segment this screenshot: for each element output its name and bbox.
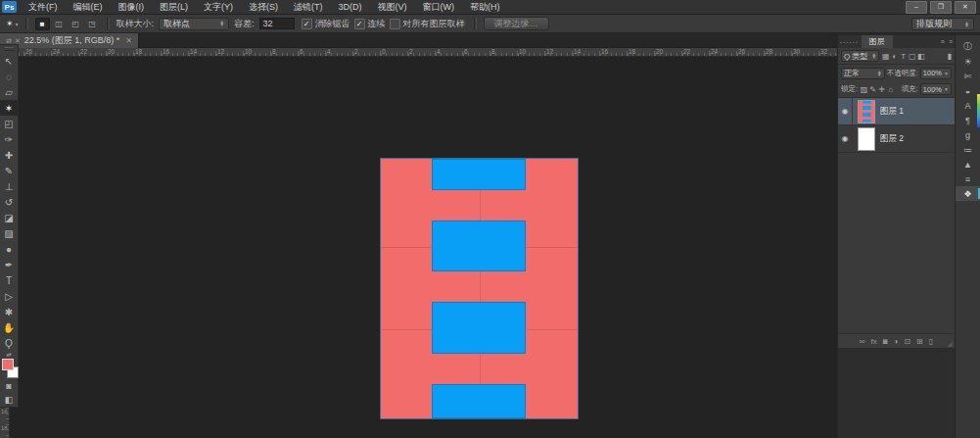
layer-name[interactable]: 图层 1 (880, 106, 904, 118)
horizontal-ruler[interactable]: 2624222018161412108642024681012141618202… (19, 48, 837, 57)
filter-type-dropdown[interactable]: Ϙ 类型 ▲▼ (841, 50, 879, 62)
canvas-image[interactable] (380, 158, 579, 419)
menu-item[interactable]: 滤镜(T) (286, 1, 331, 14)
move-tool[interactable]: ↖ (0, 53, 18, 69)
filter-toggle[interactable]: ▮ (948, 52, 952, 61)
restore-button[interactable]: ❐ (930, 1, 952, 14)
adjustments-panel-icon[interactable]: ☀ (956, 54, 980, 69)
pixel-layer-filter-icon[interactable]: ▦ (881, 52, 890, 61)
layer-row[interactable]: ◉图层 1 (838, 98, 955, 125)
checkbox-box[interactable]: ✓ (354, 19, 365, 29)
foreground-color-swatch[interactable] (2, 359, 14, 370)
shape-tool[interactable]: ✱ (0, 304, 18, 319)
adjustment-layer-icon[interactable]: ◑ (894, 337, 899, 346)
paragraph-panel-icon[interactable]: ¶ (956, 113, 980, 127)
screen-mode-button[interactable]: ◧ (0, 393, 18, 407)
menu-item[interactable]: 文件(F) (21, 1, 66, 14)
magic-wand-tool[interactable]: ✶ (0, 100, 18, 116)
toolbar-grip[interactable] (5, 47, 14, 51)
lock-transparency-icon[interactable]: ▨ (860, 85, 868, 94)
marquee-tool[interactable]: ◌ (0, 69, 18, 84)
vertical-ruler[interactable]: 1618 (0, 408, 10, 438)
new-layer-icon[interactable]: ⊞ (916, 337, 923, 346)
menu-item[interactable]: 帮助(H) (462, 1, 508, 14)
fill-field[interactable]: 100% ▼ (920, 83, 952, 95)
add-to-selection-button[interactable]: ◫ (52, 18, 67, 30)
zoom-tool[interactable]: Ϙ (0, 335, 18, 351)
new-selection-button[interactable]: ■ (35, 18, 50, 30)
color-panel-icon[interactable]: ◒ (956, 83, 980, 98)
refine-edge-button[interactable]: 调整边缘… (484, 17, 549, 30)
menu-item[interactable]: 文字(Y) (196, 1, 241, 14)
menu-item[interactable]: 图层(L) (152, 1, 196, 14)
eraser-tool[interactable]: ◪ (0, 210, 18, 225)
brush-tool[interactable]: ✎ (0, 163, 18, 178)
lock-position-icon[interactable]: ✛ (877, 85, 886, 94)
panel-resize-grip[interactable]: ◢ (948, 340, 953, 348)
eyedropper-tool[interactable]: ✑ (0, 131, 18, 147)
character-panel-icon[interactable]: A (956, 98, 980, 113)
document-tab[interactable]: ⇄✕ 22.5% (图层 1, RGB/8) * ✕ (0, 33, 139, 48)
hand-tool[interactable]: ✋ (0, 319, 18, 335)
blend-mode-dropdown[interactable]: 正常 ▲▼ (841, 68, 885, 79)
adjustment-layer-filter-icon[interactable]: ◐ (890, 52, 899, 61)
lock-all-icon[interactable]: ⌂ (886, 85, 895, 94)
minimize-button[interactable]: – (906, 1, 927, 14)
layer-style-icon[interactable]: fx (870, 337, 876, 346)
layer-mask-icon[interactable]: ◙ (883, 337, 888, 346)
menu-item[interactable]: 3D(D) (331, 2, 370, 12)
quick-mask-button[interactable]: ◙ (0, 379, 18, 393)
glyphs-panel-icon[interactable]: ɡ (956, 127, 980, 142)
checkbox-消除锯齿[interactable]: ✓消除锯齿 (302, 18, 350, 30)
tab-layers[interactable]: 图层 (862, 35, 893, 48)
checkbox-连续[interactable]: ✓连续 (354, 18, 386, 30)
swap-colors-icon[interactable]: ⇄ (6, 351, 11, 358)
layer-name[interactable]: 图层 2 (880, 133, 904, 145)
menu-item[interactable]: 编辑(E) (66, 1, 111, 14)
type-tool[interactable]: T (0, 272, 18, 288)
checkbox-对所有图层取样[interactable]: 对所有图层取样 (390, 18, 465, 30)
subtract-from-selection-button[interactable]: ◰ (69, 18, 83, 30)
delete-layer-icon[interactable]: ▯ (929, 337, 933, 346)
lock-pixels-icon[interactable]: ✎ (868, 85, 877, 94)
close-button[interactable]: ✕ (955, 1, 976, 14)
menu-item[interactable]: 窗口(W) (415, 1, 463, 14)
shape-layer-filter-icon[interactable]: ▢ (908, 52, 916, 61)
tolerance-input[interactable] (259, 18, 295, 29)
panel-menu-icon[interactable]: ≡ (947, 38, 955, 45)
checkbox-box[interactable] (390, 19, 400, 29)
menu-item[interactable]: 视图(V) (370, 1, 415, 14)
link-layers-icon[interactable]: ∞ (860, 337, 865, 346)
healing-brush-tool[interactable]: ✚ (0, 147, 18, 163)
lasso-tool[interactable]: ▱ (0, 84, 18, 100)
layer-thumbnail[interactable] (858, 100, 875, 123)
checkbox-box[interactable]: ✓ (302, 19, 312, 29)
new-group-icon[interactable]: ⊡ (904, 337, 910, 346)
sample-size-dropdown[interactable]: 取样点 ▲▼ (159, 18, 229, 30)
canvas-area[interactable] (0, 57, 837, 438)
collapsed-tabs-icon[interactable]: ▪▪▪▪▪▪ (838, 39, 862, 45)
layer-row[interactable]: ◉图层 2 (838, 125, 955, 153)
layer-comps-panel-icon[interactable]: ≡ (956, 171, 980, 186)
histogram-panel-icon[interactable]: ▲ (956, 157, 980, 171)
measurement-panel-icon[interactable]: ≔ (956, 142, 980, 157)
collapse-panels-icon[interactable]: » (939, 38, 947, 45)
type-layer-filter-icon[interactable]: T (899, 52, 908, 61)
layers-panel-icon[interactable]: ❖ (956, 186, 980, 201)
gradient-tool[interactable]: ▨ (0, 225, 18, 241)
history-brush-tool[interactable]: ↺ (0, 194, 18, 210)
pen-tool[interactable]: ✒ (0, 257, 18, 272)
tool-preset-picker[interactable]: ✶ ▾ (6, 19, 19, 28)
info-panel-icon[interactable]: ⓘ (956, 39, 980, 54)
smart-object-filter-icon[interactable]: ◧ (916, 52, 925, 61)
clone-stamp-tool[interactable]: ⊥ (0, 178, 18, 194)
tab-close-icon[interactable]: ✕ (125, 36, 132, 45)
visibility-toggle[interactable]: ◉ (838, 98, 853, 124)
workspace-switcher[interactable]: 排版规则 ▲▼ (911, 18, 974, 30)
blur-tool[interactable]: ● (0, 241, 18, 257)
path-select-tool[interactable]: ▷ (0, 288, 18, 304)
visibility-toggle[interactable]: ◉ (838, 125, 853, 152)
layer-thumbnail[interactable] (858, 127, 875, 151)
menu-item[interactable]: 图像(I) (111, 1, 153, 14)
menu-item[interactable]: 选择(S) (241, 1, 286, 14)
